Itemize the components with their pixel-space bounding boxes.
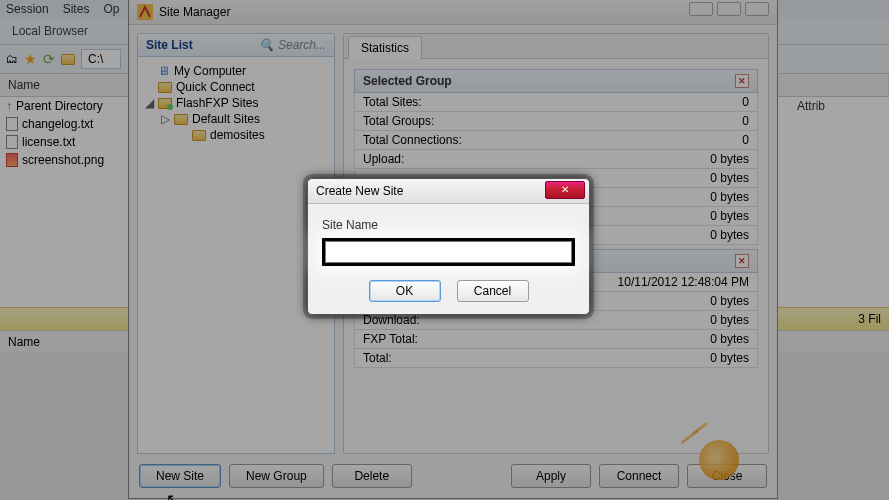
search-icon: 🔍 [259, 38, 274, 52]
text-file-icon [6, 117, 18, 131]
stat-row: Total:0 bytes [354, 349, 758, 368]
stat-value: 0 bytes [710, 190, 749, 204]
stat-value: 0 bytes [710, 351, 749, 365]
stat-value: 0 bytes [710, 228, 749, 242]
menu-options[interactable]: Op [103, 2, 119, 16]
tab-statistics[interactable]: Statistics [348, 36, 422, 59]
tree-icon[interactable]: 🗂 [6, 52, 18, 66]
tree-label: Quick Connect [176, 80, 255, 94]
site-list-header: Site List 🔍Search... [137, 33, 335, 57]
stat-key: Total Groups: [363, 114, 434, 128]
folder-icon [158, 82, 172, 93]
expand-icon[interactable]: ◢ [144, 96, 154, 110]
ok-button[interactable]: OK [369, 280, 441, 302]
file-name: changelog.txt [22, 117, 93, 131]
folder-icon[interactable] [61, 54, 75, 65]
stat-value: 0 bytes [710, 313, 749, 327]
site-list-panel: Site List 🔍Search... 🖥My Computer Quick … [137, 33, 335, 454]
text-file-icon [6, 135, 18, 149]
clear-site-icon[interactable]: ✕ [735, 254, 749, 268]
connect-button[interactable]: Connect [599, 464, 679, 488]
input-highlight [322, 238, 575, 266]
menu-session[interactable]: Session [6, 2, 49, 16]
create-new-site-dialog: Create New Site ✕ Site Name OK Cancel [307, 178, 590, 315]
dialog-close-button[interactable]: ✕ [545, 181, 585, 199]
folder-icon [174, 114, 188, 125]
stat-key: Total: [363, 351, 392, 365]
new-site-button[interactable]: New Site [139, 464, 221, 488]
file-name: screenshot.png [22, 153, 104, 167]
stat-value: 0 bytes [710, 332, 749, 346]
site-tree: 🖥My Computer Quick Connect ◢FlashFXP Sit… [137, 57, 335, 454]
stat-row: FXP Total:0 bytes [354, 330, 758, 349]
maximize-button[interactable] [717, 2, 741, 16]
stat-value: 0 [742, 114, 749, 128]
stat-key: Upload: [363, 152, 404, 166]
menu-sites[interactable]: Sites [63, 2, 90, 16]
apply-button[interactable]: Apply [511, 464, 591, 488]
search-placeholder: Search... [278, 38, 326, 52]
path-input[interactable]: C:\ [81, 49, 121, 69]
close-window-button[interactable] [745, 2, 769, 16]
folder-icon [158, 98, 172, 109]
stat-value: 0 bytes [710, 171, 749, 185]
dialog-title: Create New Site [316, 184, 403, 198]
site-name-input[interactable] [325, 241, 572, 263]
tree-flashfxp-sites[interactable]: ◢FlashFXP Sites [142, 95, 330, 111]
stat-value: 0 [742, 133, 749, 147]
tab-bar: Statistics [344, 34, 768, 59]
selected-group-header: Selected Group ✕ [354, 69, 758, 93]
site-name-label: Site Name [322, 218, 575, 232]
stat-value: 10/11/2012 12:48:04 PM [618, 275, 749, 289]
search-box[interactable]: 🔍Search... [259, 38, 326, 52]
tree-label: FlashFXP Sites [176, 96, 258, 110]
site-list-title: Site List [146, 38, 193, 52]
stat-key: Download: [363, 313, 420, 327]
stat-value: 0 bytes [710, 209, 749, 223]
stat-row: Total Sites:0 [354, 93, 758, 112]
stat-value: 0 bytes [710, 152, 749, 166]
tree-my-computer[interactable]: 🖥My Computer [142, 63, 330, 79]
window-title: Site Manager [159, 5, 230, 19]
stat-key: Total Connections: [363, 133, 462, 147]
stat-value: 0 bytes [710, 294, 749, 308]
site-manager-titlebar[interactable]: Site Manager [129, 0, 777, 25]
stat-row: Total Connections:0 [354, 131, 758, 150]
stat-key: Total Sites: [363, 95, 422, 109]
stat-row: Upload:0 bytes [354, 150, 758, 169]
window-controls [689, 2, 769, 16]
site-manager-footer: New Site New Group Delete Apply Connect … [129, 454, 777, 498]
dialog-titlebar[interactable]: Create New Site ✕ [308, 179, 589, 204]
expand-icon[interactable]: ▷ [160, 112, 170, 126]
folder-icon [192, 130, 206, 141]
tree-label: Default Sites [192, 112, 260, 126]
col-attrib[interactable]: Attrib [789, 95, 889, 119]
up-arrow-icon: ↑ [6, 99, 12, 113]
clear-group-icon[interactable]: ✕ [735, 74, 749, 88]
stat-value: 0 [742, 95, 749, 109]
group-title: Selected Group [363, 74, 452, 88]
tree-quick-connect[interactable]: Quick Connect [142, 79, 330, 95]
tree-label: demosites [210, 128, 265, 142]
parent-dir-label: Parent Directory [16, 99, 103, 113]
refresh-icon[interactable]: ⟳ [43, 51, 55, 67]
stat-key: FXP Total: [363, 332, 418, 346]
new-group-button[interactable]: New Group [229, 464, 324, 488]
tree-label: My Computer [174, 64, 246, 78]
delete-button[interactable]: Delete [332, 464, 412, 488]
cancel-button[interactable]: Cancel [457, 280, 529, 302]
image-file-icon [6, 153, 18, 167]
watermark-icon [699, 440, 739, 480]
computer-icon: 🖥 [158, 64, 170, 78]
app-icon [137, 4, 153, 20]
tree-demosites[interactable]: demosites [142, 127, 330, 143]
favorite-icon[interactable]: ★ [24, 51, 37, 67]
file-name: license.txt [22, 135, 75, 149]
stat-row: Total Groups:0 [354, 112, 758, 131]
tree-default-sites[interactable]: ▷Default Sites [142, 111, 330, 127]
minimize-button[interactable] [689, 2, 713, 16]
